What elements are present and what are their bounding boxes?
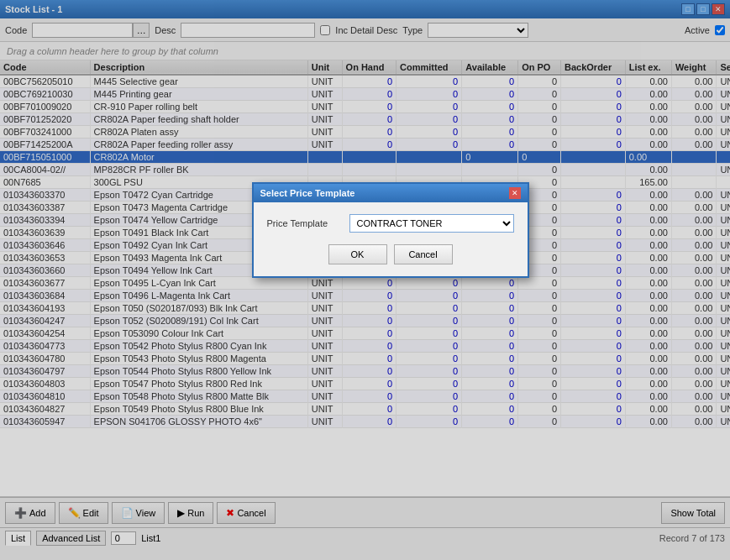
table-cell: 0	[342, 302, 397, 315]
table-row[interactable]: 00BF701252020CR802A Paper feeding shaft …	[0, 113, 730, 126]
col-header-weight[interactable]: Weight	[671, 60, 716, 75]
table-cell: CR802A Paper feeding shaft holder	[90, 113, 307, 126]
table-row[interactable]: 010343604254Epson T053090 Colour Ink Car…	[0, 327, 730, 340]
table-cell: 0.00	[671, 88, 716, 101]
table-cell: 0.00	[671, 416, 716, 428]
close-button[interactable]: ✕	[712, 3, 725, 15]
table-row[interactable]: 00BF703241000CR802A Platen assyUNIT00000…	[0, 126, 730, 139]
inc-detail-desc-checkbox[interactable]	[320, 25, 330, 35]
run-button[interactable]: ▶ Run	[168, 502, 213, 524]
table-cell: UNIT	[717, 189, 730, 201]
table-cell: UNIT	[307, 365, 342, 378]
table-cell: UNIT	[307, 353, 342, 365]
modal-ok-button[interactable]: OK	[328, 244, 387, 264]
table-row[interactable]: 00CA8004-02//MP828CR PF roller BK00.00UN…	[0, 164, 730, 176]
col-header-sellu[interactable]: Sell U	[717, 60, 730, 75]
col-header-code[interactable]: Code	[0, 60, 90, 75]
table-cell: 0	[462, 113, 518, 126]
table-row[interactable]: 010343603684Epson T0496 L-Magenta Ink Ca…	[0, 290, 730, 302]
table-row[interactable]: 010343603677Epson T0495 L-Cyan Ink CartU…	[0, 277, 730, 290]
modal-cancel-button[interactable]: Cancel	[394, 244, 453, 264]
table-cell: 0	[462, 378, 518, 390]
col-header-onpo[interactable]: On PO	[518, 60, 561, 75]
table-cell: 00BF715051000	[0, 151, 90, 164]
table-cell: 0	[397, 277, 462, 290]
table-cell: UNIT	[717, 327, 730, 340]
table-cell: 0	[561, 252, 626, 264]
show-total-button[interactable]: Show Total	[661, 502, 725, 524]
table-cell: UNIT	[717, 340, 730, 353]
table-cell: UNIT	[717, 139, 730, 151]
table-cell: UNIT	[717, 101, 730, 113]
table-row[interactable]: 00BC756205010M445 Selective gearUNIT0000…	[0, 75, 730, 88]
restore-button[interactable]: □	[681, 3, 695, 15]
maximize-button[interactable]: □	[696, 3, 710, 15]
col-header-listex[interactable]: List ex.	[625, 60, 671, 75]
col-header-unit[interactable]: Unit	[307, 60, 342, 75]
table-row[interactable]: 00BF715051000CR802A Motor000.00	[0, 151, 730, 164]
table-row[interactable]: 010343604773Epson T0542 Photo Stylus R80…	[0, 340, 730, 353]
col-header-backorder[interactable]: BackOrder	[561, 60, 626, 75]
view-button[interactable]: 📄 View	[112, 502, 165, 524]
table-cell: 0.00	[625, 390, 671, 403]
active-checkbox[interactable]	[715, 25, 725, 35]
table-cell: 0	[342, 88, 397, 101]
table-cell: 010343603394	[0, 214, 90, 227]
table-row[interactable]: 010343605947EPSON S041706 GLOSSY PHOTO 4…	[0, 416, 730, 428]
table-cell: 010343604810	[0, 390, 90, 403]
price-template-select[interactable]: CONTRACT TONER STANDARD RETAIL	[349, 214, 514, 233]
table-cell: 0	[342, 290, 397, 302]
table-cell: 0	[561, 353, 626, 365]
table-row[interactable]: 010343604780Epson T0543 Photo Stylus R80…	[0, 353, 730, 365]
price-template-label: Price Template	[267, 218, 343, 228]
desc-input[interactable]	[181, 23, 315, 38]
table-cell: UNIT	[717, 113, 730, 126]
table-cell: 010343604797	[0, 365, 90, 378]
table-cell: 010343603660	[0, 264, 90, 277]
col-header-committed[interactable]: Committed	[397, 60, 462, 75]
table-cell: 00BF703241000	[0, 126, 90, 139]
table-cell	[671, 151, 716, 164]
table-cell: UNIT	[717, 126, 730, 139]
code-browse-button[interactable]: …	[133, 23, 150, 38]
add-button[interactable]: ➕ Add	[5, 502, 55, 524]
table-cell: Epson T0496 L-Magenta Ink Cart	[90, 290, 307, 302]
table-row[interactable]: 010343604247Epson T052 (S020089/191) Col…	[0, 315, 730, 327]
stock-table-container[interactable]: Code Description Unit On Hand Committed …	[0, 60, 730, 497]
advanced-list-tab[interactable]: Advanced List	[36, 531, 106, 546]
code-input[interactable]	[32, 23, 133, 38]
title-bar: Stock List - 1 □ □ ✕	[0, 0, 730, 18]
table-cell: Epson T0495 L-Cyan Ink Cart	[90, 277, 307, 290]
table-cell: 0.00	[671, 327, 716, 340]
table-row[interactable]: 010343604810Epson T0548 Photo Stylus R80…	[0, 390, 730, 403]
table-row[interactable]: 00BF71425200ACR802A Paper feeding roller…	[0, 139, 730, 151]
table-row[interactable]: 010343604193Epson T050 (S020187/093) Blk…	[0, 302, 730, 315]
table-cell: 0	[561, 264, 626, 277]
col-header-description[interactable]: Description	[90, 60, 307, 75]
status-bar: List Advanced List List1 Record 7 of 173	[0, 527, 730, 547]
cancel-button[interactable]: ✖ Cancel	[217, 502, 275, 524]
type-select[interactable]	[428, 23, 528, 38]
col-header-onhand[interactable]: On Hand	[342, 60, 397, 75]
table-cell: UNIT	[717, 201, 730, 214]
table-cell: 0	[397, 390, 462, 403]
table-row[interactable]: 010343604803Epson T0547 Photo Stylus R80…	[0, 378, 730, 390]
table-cell: CR802A Paper feeding roller assy	[90, 139, 307, 151]
modal-close-button[interactable]: ✕	[509, 187, 521, 199]
table-cell: UNIT	[717, 416, 730, 428]
table-cell: 0	[342, 403, 397, 416]
table-row[interactable]: 010343604797Epson T0544 Photo Stylus R80…	[0, 365, 730, 378]
list-tab[interactable]: List	[5, 531, 31, 546]
table-row[interactable]: 00BC769210030M445 Printing gearUNIT00000…	[0, 88, 730, 101]
table-cell: UNIT	[307, 139, 342, 151]
table-cell: 0	[561, 239, 626, 252]
edit-button[interactable]: ✏️ Edit	[59, 502, 108, 524]
table-row[interactable]: 00BF701009020CR-910 Paper rolling beltUN…	[0, 101, 730, 113]
table-cell: M445 Selective gear	[90, 75, 307, 88]
page-input[interactable]	[111, 531, 136, 545]
table-cell: 0	[462, 403, 518, 416]
col-header-available[interactable]: Available	[462, 60, 518, 75]
table-row[interactable]: 010343604827Epson T0549 Photo Stylus R80…	[0, 403, 730, 416]
table-cell: UNIT	[307, 378, 342, 390]
table-cell: UNIT	[307, 290, 342, 302]
